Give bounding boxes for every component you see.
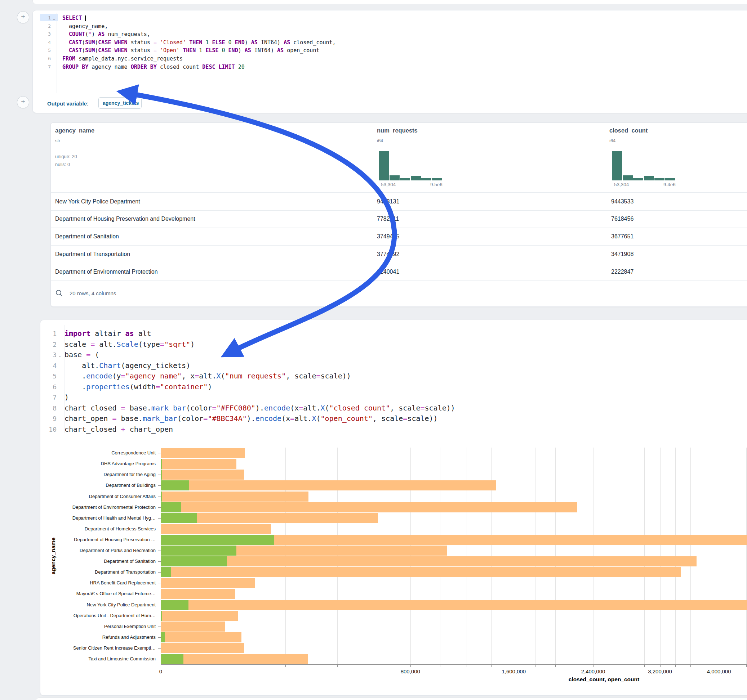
- bar-closed-count: [161, 643, 244, 653]
- bar-open-count: [161, 535, 274, 545]
- altair-bar-chart: 0800,0001,600,0002,400,0003,200,0004,000…: [0, 0, 747, 700]
- y-axis-title: agency_name: [50, 538, 57, 575]
- bar-open-count: [161, 632, 165, 643]
- y-axis-label: Department of Housing Preservation …: [0, 537, 156, 542]
- y-axis-tick: [158, 648, 161, 649]
- bar-closed-count: [161, 578, 255, 588]
- gridline: [746, 448, 747, 664]
- y-axis-tick: [158, 605, 161, 605]
- y-axis-label: Mayorâ€ s Office of Special Enforce…: [0, 591, 156, 596]
- y-axis-tick: [158, 518, 161, 519]
- y-axis-label: Department of Transportation: [0, 569, 156, 575]
- gridline: [555, 448, 556, 664]
- y-axis-label: Department of Sanitation: [0, 558, 156, 564]
- gridline: [705, 448, 705, 664]
- y-axis-label: Department of Buildings: [0, 483, 156, 488]
- bar-closed-count: [161, 556, 697, 566]
- x-axis-tick-label: 800,000: [401, 668, 420, 674]
- bar-open-count: [161, 611, 162, 621]
- notebook-page: + + 1⌄SELECT2 agency_name,3 COUNT(*) AS …: [0, 0, 747, 700]
- x-axis-tick-label: 0: [159, 668, 162, 674]
- bar-closed-count: [161, 611, 238, 621]
- y-axis-label: Department for the Aging: [0, 472, 156, 477]
- y-axis-tick: [158, 659, 161, 659]
- bar-closed-count: [161, 622, 225, 632]
- bar-closed-count: [161, 524, 271, 534]
- bar-open-count: [161, 502, 181, 512]
- y-axis-tick: [158, 637, 161, 638]
- y-axis-tick: [158, 551, 161, 551]
- y-axis-label: Personal Exemption Unit: [0, 624, 156, 629]
- y-axis-label: Department of Health and Mental Hyg…: [0, 515, 156, 520]
- y-axis-tick: [158, 594, 161, 594]
- x-axis-tick-label: 1,600,000: [502, 668, 526, 674]
- y-axis-label: DHS Advantage Programs: [0, 461, 156, 466]
- bar-closed-count: [161, 492, 308, 502]
- bar-open-count: [161, 480, 189, 490]
- y-axis-tick: [158, 529, 161, 530]
- bar-open-count: [161, 546, 236, 556]
- gridline: [440, 448, 440, 664]
- gridline: [690, 448, 691, 664]
- x-axis-tick-label: 3,200,000: [648, 668, 672, 674]
- gridline: [410, 448, 411, 664]
- y-axis-tick: [158, 540, 161, 540]
- y-axis-label: Department of Homeless Services: [0, 526, 156, 531]
- y-axis-tick: [158, 583, 161, 583]
- x-axis-title: closed_count, open_count: [569, 676, 639, 683]
- bar-open-count: [161, 654, 183, 664]
- y-axis-label: New York City Police Department: [0, 602, 156, 608]
- gridline: [611, 448, 611, 664]
- bar-open-count: [161, 459, 162, 469]
- bar-closed-count: [161, 632, 242, 643]
- y-axis-tick: [158, 561, 161, 562]
- y-axis-label: Department of Consumer Affairs: [0, 494, 156, 499]
- bar-closed-count: [161, 567, 681, 577]
- y-axis-label: Taxi and Limousine Commission: [0, 656, 156, 661]
- x-axis-tick-label: 2,400,000: [581, 668, 605, 674]
- bar-open-count: [161, 556, 227, 566]
- y-axis-label: Operations Unit - Department of Hom…: [0, 613, 156, 618]
- bar-closed-count: [161, 459, 236, 469]
- bar-open-count: [161, 600, 189, 610]
- gridline: [491, 448, 491, 664]
- bar-open-count: [161, 567, 171, 577]
- gridline: [644, 448, 645, 664]
- y-axis-label: Senior Citizen Rent Increase Exempti…: [0, 645, 156, 651]
- y-axis-tick: [158, 616, 161, 616]
- x-axis-line: [161, 664, 747, 665]
- y-axis-tick: [158, 626, 161, 627]
- bar-closed-count: [161, 480, 496, 490]
- y-axis-label: Refunds and Adjustments: [0, 634, 156, 640]
- y-axis-tick: [158, 496, 161, 497]
- y-axis-tick: [158, 572, 161, 573]
- bar-open-count: [161, 492, 162, 502]
- gridline: [660, 448, 661, 664]
- next-cell-top-edge: [36, 697, 747, 700]
- y-axis-label: HRA Benefit Card Replacement: [0, 580, 156, 585]
- bar-closed-count: [161, 448, 245, 458]
- x-axis-tick-label: 4,000,000: [707, 668, 731, 674]
- bar-open-count: [161, 469, 162, 480]
- gridline: [719, 448, 719, 664]
- bar-closed-count: [161, 502, 577, 512]
- bar-closed-count: [161, 600, 747, 610]
- gridline: [467, 448, 467, 664]
- y-axis-label: Department of Environmental Protection: [0, 504, 156, 510]
- gridline: [161, 448, 161, 664]
- gridline: [535, 448, 535, 664]
- y-axis-label: Correspondence Unit: [0, 450, 156, 456]
- y-axis-label: Department of Parks and Recreation: [0, 548, 156, 553]
- gridline: [575, 448, 575, 664]
- y-axis-tick: [158, 453, 161, 453]
- gridline: [733, 448, 733, 664]
- bar-closed-count: [161, 469, 244, 480]
- gridline: [675, 448, 676, 664]
- gridline: [377, 448, 377, 664]
- y-axis-tick: [158, 507, 161, 508]
- bar-closed-count: [161, 589, 235, 599]
- gridline: [337, 448, 338, 664]
- y-axis-tick: [158, 464, 161, 464]
- bar-open-count: [161, 513, 197, 523]
- gridline: [628, 448, 628, 664]
